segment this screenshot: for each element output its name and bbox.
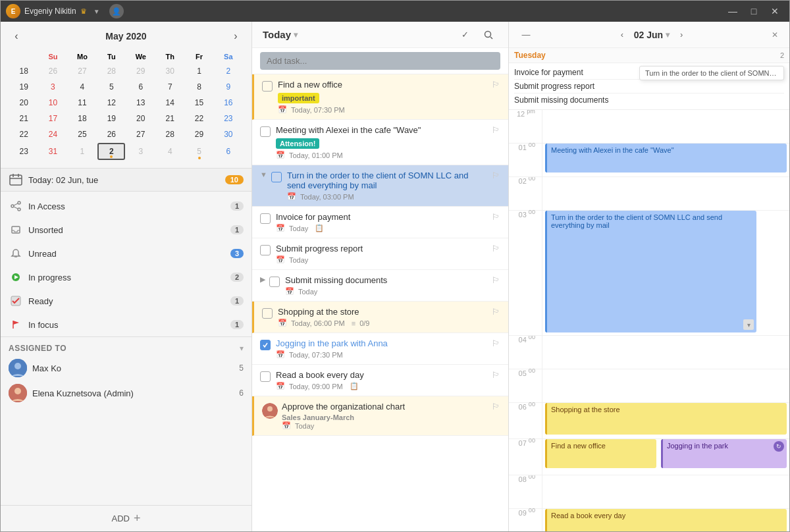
calendar-day[interactable]: 26 [97, 127, 125, 142]
task-flag-turn-in-order[interactable]: 🏳 [492, 171, 500, 180]
task-flag-shopping[interactable]: 🏳 [492, 307, 500, 317]
task-item-submit-missing[interactable]: ▶ Submit missing documents 📅 Today 🏳 [252, 270, 508, 302]
expand-missing-icon[interactable]: ▶ [260, 275, 265, 284]
task-item-submit-progress[interactable]: Submit progress report 📅 Today 🏳 [252, 238, 508, 270]
calendar-day[interactable]: 30 [215, 127, 242, 142]
task-item-turn-in-order[interactable]: ▼ Turn in the order to the client of SOM… [252, 165, 508, 207]
sidebar-item-in-progress[interactable]: In progress 2 [1, 265, 251, 289]
calendar-view-title[interactable]: 02 Jun ▾ [634, 30, 670, 40]
cal-event-shopping[interactable]: Shopping at the store [545, 403, 787, 435]
calendar-day[interactable]: 6 [126, 80, 155, 94]
task-item-read-book[interactable]: Read a book every day 📅 Today, 09:00 PM … [252, 365, 508, 396]
task-checkbox-read-book[interactable] [260, 371, 271, 382]
calendar-day-today[interactable]: 2 [97, 143, 125, 160]
close-button[interactable]: ✕ [766, 4, 784, 18]
sidebar-item-unsorted[interactable]: Unsorted 1 [1, 218, 251, 242]
calendar-day[interactable]: 28 [156, 127, 184, 142]
sidebar-item-in-focus[interactable]: In focus 1 [1, 313, 251, 336]
calendar-day[interactable]: 1 [185, 64, 213, 78]
today-row[interactable]: Today: 02 Jun, tue 10 [1, 169, 251, 192]
calendar-day[interactable]: 23 [215, 111, 242, 126]
calendar-day[interactable]: 29 [185, 127, 213, 142]
assigned-collapse-icon[interactable]: ▾ [240, 344, 244, 353]
task-flag-submit-missing[interactable]: 🏳 [492, 275, 500, 285]
cal-event-find-new-office[interactable]: Find a new office [545, 439, 656, 468]
calendar-day[interactable]: 20 [126, 111, 155, 126]
calendar-day[interactable]: 9 [215, 80, 242, 94]
calendar-day[interactable]: 2 [215, 64, 242, 78]
task-flag-submit-progress[interactable]: 🏳 [492, 244, 500, 253]
scroll-down-icon[interactable]: ▾ [743, 319, 754, 330]
task-flag-meeting-alexei[interactable]: 🏳 [492, 125, 500, 135]
calendar-day[interactable]: 28 [97, 64, 125, 78]
task-item-meeting-alexei[interactable]: Meeting with Alexei in the cafe "Wave" A… [252, 120, 508, 165]
sidebar-item-in-access[interactable]: In Access 1 [1, 194, 251, 218]
calendar-day[interactable]: 7 [156, 80, 184, 94]
calendar-scroll-area[interactable]: 12 pm 01 00 Meeting with Alexei in the c… [509, 110, 789, 531]
calendar-next-button[interactable]: › [228, 28, 244, 44]
task-item-invoice[interactable]: Invoice for payment 📅 Today 📋 🏳 [252, 207, 508, 238]
calendar-day[interactable]: 26 [39, 64, 66, 78]
calendar-day[interactable]: 21 [156, 111, 184, 126]
calendar-day[interactable]: 18 [68, 111, 97, 126]
calendar-day[interactable]: 27 [126, 127, 155, 142]
calendar-day[interactable]: 3 [126, 143, 155, 160]
tasks-check-icon[interactable]: ✓ [456, 26, 474, 44]
task-flag-find-new-office[interactable]: 🏳 [492, 80, 500, 90]
user-item-max-ko[interactable]: Max Ko 5 [9, 356, 244, 381]
task-checkbox-submit-missing[interactable] [269, 277, 280, 287]
calendar-next-btn[interactable]: › [672, 26, 691, 44]
calendar-day[interactable]: 25 [68, 127, 97, 142]
calendar-day[interactable]: 5 [97, 80, 125, 94]
tasks-dropdown-icon[interactable]: ▾ [294, 30, 298, 40]
calendar-day[interactable]: 27 [68, 64, 97, 78]
task-flag-invoice[interactable]: 🏳 [492, 212, 500, 222]
calendar-day[interactable]: 15 [185, 95, 213, 110]
assigned-header[interactable]: Assigned to ▾ [9, 341, 244, 356]
task-flag-jogging[interactable]: 🏳 [492, 338, 500, 348]
cal-event-turn-in-order[interactable]: Turn in the order to the client of SOMN … [545, 211, 756, 332]
calendar-day[interactable]: 29 [126, 64, 155, 78]
task-flag-read-book[interactable]: 🏳 [492, 370, 500, 380]
task-checkbox-submit-progress[interactable] [260, 245, 271, 255]
task-checkbox-meeting-alexei[interactable] [260, 126, 271, 137]
task-checkbox-jogging[interactable] [260, 340, 271, 350]
calendar-day[interactable]: 10 [39, 95, 66, 110]
cal-event-read-book[interactable]: Read a book every day [545, 509, 787, 531]
calendar-day[interactable]: 22 [185, 111, 213, 126]
calendar-day[interactable]: 17 [39, 111, 66, 126]
tasks-search-icon[interactable] [479, 26, 498, 44]
calendar-day[interactable]: 6 [215, 143, 242, 160]
calendar-task-missing[interactable]: Submit missing documents [514, 93, 784, 107]
calendar-day[interactable]: 24 [39, 127, 66, 142]
calendar-day[interactable]: 12 [97, 95, 125, 110]
calendar-close-btn[interactable]: ✕ [768, 28, 781, 41]
user-item-elena[interactable]: Elena Kuznetsova (Admin) 6 [9, 381, 244, 406]
cal-event-meeting-alexei[interactable]: Meeting with Alexei in the cafe "Wave" [545, 144, 787, 173]
calendar-day[interactable]: 4 [68, 80, 97, 94]
minimize-button[interactable]: — [724, 4, 742, 18]
task-item-find-new-office[interactable]: Find a new office important 📅 Today, 07:… [252, 74, 508, 120]
add-task-input[interactable] [260, 52, 500, 70]
add-button[interactable]: ADD + [1, 505, 251, 531]
task-flag-approve-chart[interactable]: 🏳 [492, 402, 500, 412]
calendar-day[interactable]: 16 [215, 95, 242, 110]
sidebar-item-unread[interactable]: Unread 3 [1, 242, 251, 265]
dropdown-arrow-icon[interactable]: ▼ [93, 8, 100, 15]
calendar-prev-button[interactable]: ‹ [9, 28, 24, 44]
task-checkbox-invoice[interactable] [260, 213, 271, 224]
calendar-day[interactable]: 1 [68, 143, 97, 160]
calendar-day[interactable]: 31 [39, 143, 66, 160]
calendar-day[interactable]: 14 [156, 95, 184, 110]
task-checkbox-shopping[interactable] [262, 308, 273, 319]
calendar-day[interactable]: 4 [156, 143, 184, 160]
calendar-day[interactable]: 11 [68, 95, 97, 110]
calendar-task-progress[interactable]: Submit progress report [514, 80, 784, 93]
task-checkbox-find-new-office[interactable] [262, 81, 273, 92]
task-item-approve-chart[interactable]: Approve the organizational chart Sales J… [252, 396, 508, 436]
user-status-icon[interactable]: 👤 [109, 4, 124, 18]
calendar-day[interactable]: 30 [156, 64, 184, 78]
calendar-day[interactable]: 5 [185, 143, 213, 160]
cal-event-jogging[interactable]: Jogging in the park ↻ [661, 439, 787, 468]
task-item-jogging[interactable]: Jogging in the park with Anna 📅 Today, 0… [252, 333, 508, 365]
